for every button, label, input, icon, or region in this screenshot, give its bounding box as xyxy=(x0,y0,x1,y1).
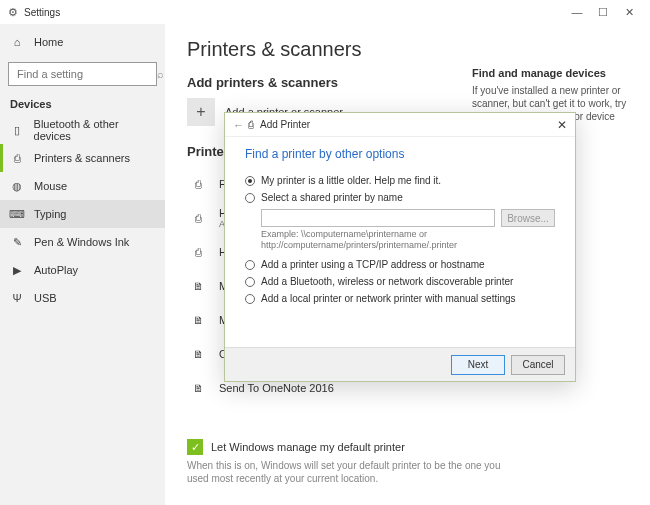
example-text: Example: \\computername\printername or h… xyxy=(261,229,555,251)
browse-button[interactable]: Browse... xyxy=(501,209,555,227)
bluetooth-icon: ▯ xyxy=(10,124,24,137)
search-input-wrapper[interactable]: ⌕ xyxy=(8,62,157,86)
document-icon: 🗎 xyxy=(187,275,209,297)
close-button[interactable]: ✕ xyxy=(616,2,642,22)
dialog-close-button[interactable]: ✕ xyxy=(557,118,567,132)
usb-icon: Ψ xyxy=(10,292,24,304)
checkbox-checked[interactable]: ✓ xyxy=(187,439,203,455)
radio-label: Add a Bluetooth, wireless or network dis… xyxy=(261,276,513,287)
sidebar-item-mouse[interactable]: ◍ Mouse xyxy=(0,172,165,200)
radio-label: Add a local printer or network printer w… xyxy=(261,293,516,304)
search-icon: ⌕ xyxy=(157,68,164,80)
sidebar-section-header: Devices xyxy=(0,92,165,116)
window-titlebar: ⚙ Settings — ☐ ✕ xyxy=(0,0,650,24)
dialog-header-title: Add Printer xyxy=(260,119,557,130)
sidebar-item-bluetooth[interactable]: ▯ Bluetooth & other devices xyxy=(0,116,165,144)
radio-icon xyxy=(245,277,255,287)
shared-printer-input[interactable] xyxy=(261,209,495,227)
plus-icon: + xyxy=(187,98,215,126)
sidebar-item-label: Pen & Windows Ink xyxy=(34,236,129,248)
add-printer-dialog: ← ⎙ Add Printer ✕ Find a printer by othe… xyxy=(224,112,576,382)
radio-selected-icon xyxy=(245,176,255,186)
radio-option-shared[interactable]: Select a shared printer by name xyxy=(245,192,555,203)
sidebar-item-label: Typing xyxy=(34,208,66,220)
radio-icon xyxy=(245,294,255,304)
sidebar-home-label: Home xyxy=(34,36,63,48)
keyboard-icon: ⌨ xyxy=(10,208,24,221)
document-icon: 🗎 xyxy=(187,377,209,399)
radio-icon xyxy=(245,260,255,270)
cancel-button[interactable]: Cancel xyxy=(511,355,565,375)
home-icon: ⌂ xyxy=(10,36,24,48)
printer-icon: ⎙ xyxy=(187,173,209,195)
printer-icon: ⎙ xyxy=(187,207,209,229)
dialog-footer: Next Cancel xyxy=(225,347,575,381)
mouse-icon: ◍ xyxy=(10,180,24,193)
sidebar-item-usb[interactable]: Ψ USB xyxy=(0,284,165,312)
sidebar-item-typing[interactable]: ⌨ Typing xyxy=(0,200,165,228)
right-title: Find and manage devices xyxy=(472,66,632,80)
radio-option-bluetooth[interactable]: Add a Bluetooth, wireless or network dis… xyxy=(245,276,555,287)
radio-option-tcpip[interactable]: Add a printer using a TCP/IP address or … xyxy=(245,259,555,270)
sidebar-item-label: USB xyxy=(34,292,57,304)
next-button[interactable]: Next xyxy=(451,355,505,375)
pen-icon: ✎ xyxy=(10,236,24,249)
sidebar-home[interactable]: ⌂ Home xyxy=(0,28,165,56)
printer-name: Send To OneNote 2016 xyxy=(219,382,334,394)
document-icon: 🗎 xyxy=(187,309,209,331)
autoplay-icon: ▶ xyxy=(10,264,24,277)
back-arrow-icon[interactable]: ← xyxy=(233,119,244,131)
sidebar: ⌂ Home ⌕ Devices ▯ Bluetooth & other dev… xyxy=(0,24,165,505)
printer-icon: ⎙ xyxy=(10,152,24,164)
dialog-title: Find a printer by other options xyxy=(245,147,555,161)
sidebar-item-pen[interactable]: ✎ Pen & Windows Ink xyxy=(0,228,165,256)
default-check-label: Let Windows manage my default printer xyxy=(211,441,405,453)
sidebar-item-label: Printers & scanners xyxy=(34,152,130,164)
radio-label: Add a printer using a TCP/IP address or … xyxy=(261,259,485,270)
printer-icon: ⎙ xyxy=(248,119,254,130)
radio-label: Select a shared printer by name xyxy=(261,192,403,203)
sidebar-item-autoplay[interactable]: ▶ AutoPlay xyxy=(0,256,165,284)
minimize-button[interactable]: — xyxy=(564,2,590,22)
sidebar-item-printers[interactable]: ⎙ Printers & scanners xyxy=(0,144,165,172)
sidebar-item-label: AutoPlay xyxy=(34,264,78,276)
radio-option-older[interactable]: My printer is a little older. Help me fi… xyxy=(245,175,555,186)
page-title: Printers & scanners xyxy=(187,38,628,61)
printer-icon: ⎙ xyxy=(187,241,209,263)
default-check-description: When this is on, Windows will set your d… xyxy=(187,459,507,485)
search-input[interactable] xyxy=(15,67,157,81)
sidebar-item-label: Mouse xyxy=(34,180,67,192)
radio-option-local[interactable]: Add a local printer or network printer w… xyxy=(245,293,555,304)
dialog-header: ← ⎙ Add Printer ✕ xyxy=(225,113,575,137)
sidebar-item-label: Bluetooth & other devices xyxy=(34,118,155,142)
default-printer-section: ✓ Let Windows manage my default printer … xyxy=(187,439,628,485)
maximize-button[interactable]: ☐ xyxy=(590,2,616,22)
radio-icon xyxy=(245,193,255,203)
settings-icon: ⚙ xyxy=(8,6,18,19)
window-title: Settings xyxy=(24,7,564,18)
document-icon: 🗎 xyxy=(187,343,209,365)
radio-label: My printer is a little older. Help me fi… xyxy=(261,175,441,186)
